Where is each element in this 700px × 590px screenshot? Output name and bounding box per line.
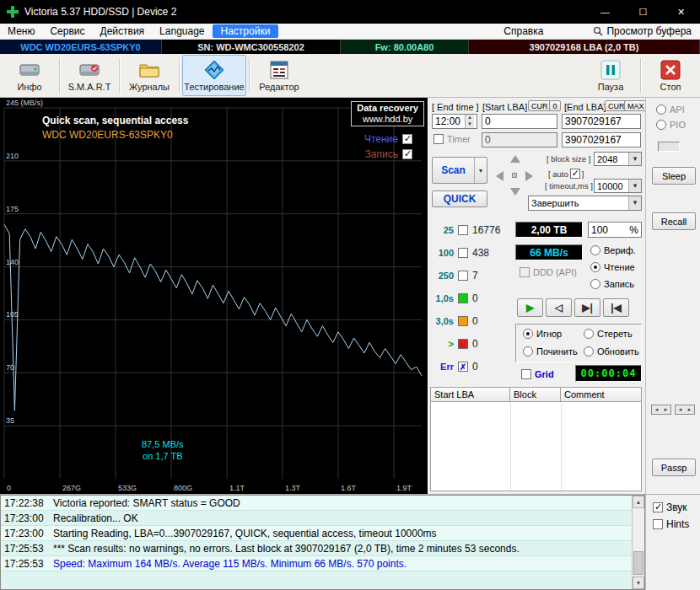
end-lba-label[interactable]: [End LBA] xyxy=(564,102,606,112)
action-ignore-radio[interactable]: Игнор xyxy=(523,329,562,339)
grid-checkbox[interactable]: Grid xyxy=(521,369,554,379)
lba-jump-pad[interactable] xyxy=(493,153,536,197)
skip-forward-button[interactable]: ▶| xyxy=(574,298,600,317)
quick-button[interactable]: QUICK xyxy=(432,190,487,207)
device-firmware: Fw: 80.00A80 xyxy=(341,40,469,54)
timeout-label: [ timeout,ms ] xyxy=(545,181,593,190)
end-lba-input-2[interactable]: 3907029167 xyxy=(562,132,641,148)
menu-language[interactable]: Language xyxy=(152,24,212,38)
ddd-api-checkbox[interactable]: DDD (API) xyxy=(520,267,577,277)
minimize-button[interactable]: — xyxy=(586,0,624,24)
svg-text:245 (MB/s): 245 (MB/s) xyxy=(6,99,43,107)
chart-legend: Чтение Запись xyxy=(364,133,412,160)
transport-buttons: ▶ ◁ ▶| |◀ xyxy=(517,298,629,317)
timeout-select[interactable]: 10000 xyxy=(594,179,642,193)
right-spin-control[interactable]: ◄► xyxy=(675,405,695,415)
passp-button[interactable]: Passp xyxy=(652,459,696,476)
legend-write-label: Запись xyxy=(365,148,398,160)
cursor-annotation: 87,5 MB/s on 1,7 TB xyxy=(142,438,184,462)
start-test-button[interactable]: ▶ xyxy=(517,298,543,317)
timer-value-input[interactable]: 0 xyxy=(482,132,557,148)
step-back-button[interactable]: ◁ xyxy=(546,298,572,317)
stop-button[interactable]: Стоп xyxy=(643,55,697,96)
window-title: Victoria 5.37 HDD/SSD | Device 2 xyxy=(24,6,176,18)
journals-tab-button[interactable]: Журналы xyxy=(122,55,176,96)
finish-action-select[interactable]: Завершить xyxy=(528,196,642,211)
col-start-lba[interactable]: Start LBA xyxy=(430,387,510,402)
jump-down-arrow[interactable] xyxy=(510,188,520,196)
device-capacity: 3907029168 LBA (2,0 TB) xyxy=(469,40,700,54)
sleep-button[interactable]: Sleep xyxy=(652,167,696,185)
menu-view-buffer[interactable]: Просмотр буфера xyxy=(606,24,692,38)
api-radio[interactable]: API xyxy=(656,105,685,115)
mode-read-radio[interactable]: Чтение xyxy=(590,262,635,272)
log-lines[interactable]: 17:22:38 Victoria reported: SMART status… xyxy=(1,496,632,589)
start-lba-label[interactable]: [Start LBA] xyxy=(482,102,527,112)
end-time-label[interactable]: [ End time ] xyxy=(432,102,479,112)
write-series-checkbox[interactable] xyxy=(402,149,412,159)
menu-service[interactable]: Сервис xyxy=(42,24,92,38)
end-lba-input[interactable]: 3907029167 xyxy=(562,114,641,129)
log-row: 17:23:00 Recalibration... OK xyxy=(1,511,632,526)
end-time-input[interactable]: 12:00 ▲▼ xyxy=(432,114,477,129)
info-tab-button[interactable]: Инфо xyxy=(3,55,57,96)
jump-right-arrow[interactable] xyxy=(525,171,533,181)
start-lba-cur-button[interactable]: CUR xyxy=(528,100,552,111)
close-button[interactable]: ✕ xyxy=(662,0,700,24)
legend-read-label: Чтение xyxy=(364,133,398,145)
jump-up-arrow[interactable] xyxy=(510,155,520,163)
scroll-up-arrow[interactable]: ▲ xyxy=(633,496,644,508)
menu-settings[interactable]: Настройки xyxy=(213,24,279,38)
editor-tab-button[interactable]: Редактор xyxy=(252,55,306,96)
start-lba-zero-button[interactable]: 0 xyxy=(549,100,561,111)
speed-display: 66 MB/s xyxy=(515,244,583,260)
device-info-bar: WDC WD20EURS-63SPKY0 SN: WD-WMC300558202… xyxy=(0,40,700,54)
stop-icon xyxy=(660,59,681,81)
stat-swatch xyxy=(458,316,468,326)
menu-actions[interactable]: Действия xyxy=(93,24,153,38)
defect-table-body[interactable] xyxy=(430,402,642,491)
stat-row-over: > 0 xyxy=(433,338,478,350)
mode-write-radio[interactable]: Запись xyxy=(590,279,634,289)
jump-left-arrow[interactable] xyxy=(496,171,503,181)
scan-button[interactable]: Scan ▼ xyxy=(432,157,487,184)
scan-dropdown-arrow[interactable]: ▼ xyxy=(474,158,487,183)
left-spin-control[interactable]: ◄► xyxy=(651,405,671,415)
menu-help[interactable]: Справка xyxy=(496,24,551,38)
hints-checkbox[interactable]: Hints xyxy=(653,518,689,530)
menu-main[interactable]: Меню xyxy=(0,24,42,38)
maximize-button[interactable]: ☐ xyxy=(624,0,662,24)
action-refresh-radio[interactable]: Обновить xyxy=(584,346,639,357)
testing-tab-button[interactable]: Тестирование xyxy=(182,55,246,96)
stat-swatch xyxy=(458,339,468,349)
end-lba-max-button[interactable]: MAX xyxy=(624,100,648,111)
stat-row-250ms: 250 7 xyxy=(433,270,478,282)
pause-button[interactable]: Пауза xyxy=(584,55,638,96)
scroll-track[interactable] xyxy=(633,508,644,577)
recall-button[interactable]: Recall xyxy=(652,212,696,230)
col-comment[interactable]: Comment xyxy=(561,387,642,402)
auto-checkbox[interactable]: [ auto ] xyxy=(548,169,584,179)
mode-verify-radio[interactable]: Вериф. xyxy=(590,245,636,255)
scroll-down-arrow[interactable]: ▼ xyxy=(633,577,644,589)
pio-radio[interactable]: PIO xyxy=(656,120,686,130)
svg-text:1.9T: 1.9T xyxy=(396,484,412,492)
action-erase-radio[interactable]: Стереть xyxy=(584,329,633,339)
start-lba-input[interactable]: 0 xyxy=(482,114,557,129)
col-block[interactable]: Block xyxy=(510,387,561,402)
speed-graph-canvas: 245 (MB/s)21017514010570350267G533G800G1… xyxy=(0,98,428,494)
log-scrollbar[interactable]: ▲ ▼ xyxy=(632,496,644,589)
skip-back-button[interactable]: |◀ xyxy=(603,298,629,317)
smart-tab-button[interactable]: S.M.A.R.T xyxy=(62,55,116,96)
timer-checkbox[interactable]: Timer xyxy=(433,134,471,144)
test-control-panel: [ End time ] [Start LBA] CUR 0 [End LBA]… xyxy=(428,98,645,494)
action-remap-radio[interactable]: Починить xyxy=(523,346,578,357)
block-size-select[interactable]: 2048 xyxy=(594,152,642,166)
scroll-thumb[interactable] xyxy=(633,551,643,575)
chart-device-label: WDC WD20EURS-63SPKY0 xyxy=(42,129,173,141)
sound-checkbox[interactable]: Звук xyxy=(653,502,687,513)
end-time-spinner[interactable]: ▲▼ xyxy=(465,115,474,128)
err-checkbox[interactable]: ✗ xyxy=(458,362,468,372)
svg-text:1.3T: 1.3T xyxy=(285,484,301,492)
read-series-checkbox[interactable] xyxy=(402,134,412,144)
